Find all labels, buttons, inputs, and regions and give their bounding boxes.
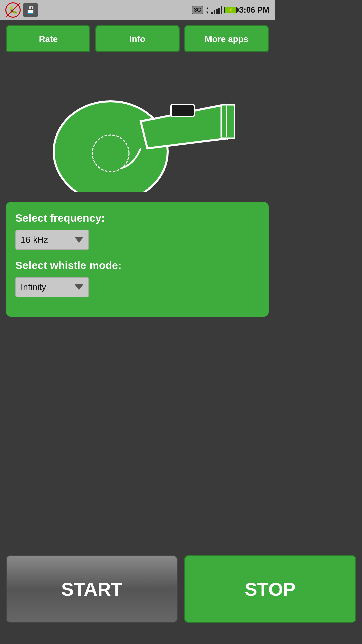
sd-card-icon: 💾	[23, 3, 38, 17]
svg-rect-1	[221, 105, 235, 138]
stop-button[interactable]: STOP	[184, 555, 275, 623]
network-badge: 3G	[192, 6, 203, 14]
bug-icon: 🐛	[5, 2, 21, 18]
mode-value: Infinity	[21, 282, 74, 292]
top-buttons-row: Rate Info More apps	[0, 20, 275, 58]
mode-dropdown-arrow	[74, 284, 84, 290]
bottom-buttons-row: START STOP	[0, 547, 275, 631]
frequency-label: Select frequency:	[15, 212, 259, 224]
status-left-icons: 🐛 💾	[5, 2, 38, 18]
battery-icon: ⚡	[224, 7, 237, 13]
rate-button[interactable]: Rate	[6, 25, 90, 52]
frequency-dropdown-arrow	[74, 237, 84, 243]
frequency-dropdown[interactable]: 16 kHz	[15, 230, 89, 250]
more-apps-button[interactable]: More apps	[184, 25, 269, 52]
info-button[interactable]: Info	[95, 25, 180, 52]
whistle-image-area	[0, 58, 275, 199]
svg-rect-2	[171, 105, 194, 116]
signal-icon	[211, 6, 222, 14]
start-button[interactable]: START	[6, 555, 178, 623]
whistle-icon	[40, 64, 235, 192]
settings-panel: Select frequency: 16 kHz Select whistle …	[6, 202, 269, 317]
mode-label: Select whistle mode:	[15, 259, 259, 272]
status-right-icons: 3G ▲ ▼ ⚡ 3:06 PM	[192, 5, 269, 15]
mode-dropdown[interactable]: Infinity	[15, 277, 89, 297]
svg-point-4	[92, 135, 129, 172]
data-arrows: ▲ ▼	[205, 6, 209, 14]
status-bar: 🐛 💾 3G ▲ ▼ ⚡ 3:06 PM	[0, 0, 275, 20]
clock: 3:06 PM	[239, 5, 269, 15]
frequency-value: 16 kHz	[21, 235, 74, 245]
battery-container: ⚡	[224, 7, 237, 13]
